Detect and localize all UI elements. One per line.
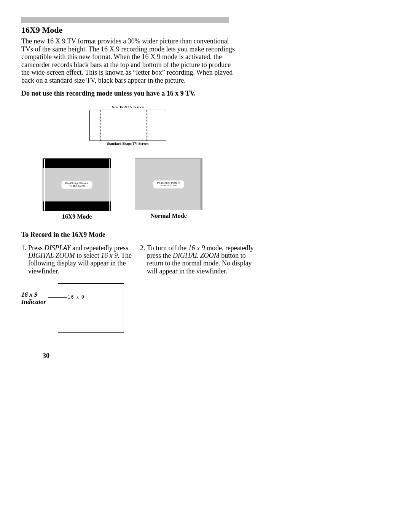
vf-label-line1: 16 x 9 bbox=[21, 291, 38, 298]
viewfinder-diagram: 16 x 9 Indicator 16 x 9 bbox=[21, 283, 135, 340]
mode-figures-row: PostScript Picture ROBBY SCAN 16X9 Mode … bbox=[43, 158, 390, 220]
warning-note: Do not use this recording mode unless yo… bbox=[21, 89, 390, 97]
vf-label-line2: Indicator bbox=[21, 298, 46, 305]
viewfinder-frame bbox=[58, 283, 124, 333]
step-number: 2. bbox=[140, 244, 147, 275]
text: to select bbox=[75, 252, 101, 259]
standard-tv-dotted-outline-right bbox=[148, 110, 148, 141]
mode-normal-box: PostScript Picture ROBBY SCAN bbox=[135, 158, 202, 210]
step-1-text: Press DISPLAY and repeatedly press DIGIT… bbox=[28, 244, 135, 275]
page-number: 30 bbox=[43, 352, 49, 360]
placeholder-line1: PostScript Picture bbox=[65, 182, 88, 185]
text: and repeatedly press bbox=[71, 244, 128, 252]
procedure-heading: To Record in the 16X9 Mode bbox=[21, 231, 390, 239]
step-number: 1. bbox=[21, 244, 28, 275]
keyword-digital-zoom: DIGITAL ZOOM bbox=[28, 252, 75, 259]
keyword-16x9: 16 x 9 bbox=[101, 252, 118, 259]
letterbox-bar-bottom bbox=[43, 201, 111, 211]
step-1: 1. Press DISPLAY and repeatedly press DI… bbox=[21, 244, 135, 340]
intro-paragraph: The new 16 X 9 TV format provides a 30% … bbox=[21, 37, 238, 84]
keyword-digital-zoom: DIGITAL ZOOM bbox=[173, 252, 220, 259]
manual-page: 16X9 Mode The new 16 X 9 TV format provi… bbox=[0, 0, 411, 532]
mode-16x9-box: PostScript Picture ROBBY SCAN bbox=[43, 158, 111, 211]
frame-line-left bbox=[44, 159, 45, 211]
placeholder-pill: PostScript Picture ROBBY SCAN bbox=[61, 181, 92, 189]
placeholder-line1: PostScript Picture bbox=[157, 182, 180, 184]
text: To turn off the bbox=[147, 244, 188, 252]
viewfinder-osd-text: 16 x 9 bbox=[68, 295, 85, 300]
mode-caption-normal: Normal Mode bbox=[135, 212, 202, 219]
diagram-bottom-label: Standard Shape TV Screen bbox=[82, 142, 174, 145]
mode-figure-normal: PostScript Picture ROBBY SCAN Normal Mod… bbox=[135, 158, 202, 219]
keyword-16x9: 16 x 9 bbox=[188, 244, 205, 252]
text: Press bbox=[28, 244, 45, 252]
placeholder-line2: ROBBY SCAN bbox=[157, 184, 180, 187]
placeholder-pill: PostScript Picture ROBBY SCAN bbox=[153, 181, 184, 189]
standard-tv-dotted-outline-left bbox=[100, 110, 147, 141]
page-title: 16X9 Mode bbox=[21, 25, 390, 35]
steps-columns: 1. Press DISPLAY and repeatedly press DI… bbox=[21, 244, 390, 340]
mode-caption-16x9: 16X9 Mode bbox=[43, 213, 111, 220]
step-2: 2. To turn off the 16 x 9 mode, repeated… bbox=[140, 244, 254, 340]
frame-line-right bbox=[109, 159, 110, 211]
page-content: 16X9 Mode The new 16 X 9 TV format provi… bbox=[21, 24, 390, 340]
keyword-display: DISPLAY bbox=[45, 244, 71, 252]
section-header-bar bbox=[21, 17, 229, 23]
placeholder-line2: ROBBY SCAN bbox=[65, 185, 88, 187]
tv-comparison-diagram: New 16x9 TV Screen Standard Shape TV Scr… bbox=[82, 105, 174, 151]
diagram-top-label: New 16x9 TV Screen bbox=[82, 105, 174, 109]
mode-figure-16x9: PostScript Picture ROBBY SCAN 16X9 Mode bbox=[43, 158, 111, 220]
viewfinder-callout-label: 16 x 9 Indicator bbox=[21, 291, 52, 306]
step-2-text: To turn off the 16 x 9 mode, repeatedly … bbox=[147, 244, 254, 275]
wide-tv-outline bbox=[89, 110, 166, 141]
letterbox-bar-top bbox=[43, 159, 111, 168]
